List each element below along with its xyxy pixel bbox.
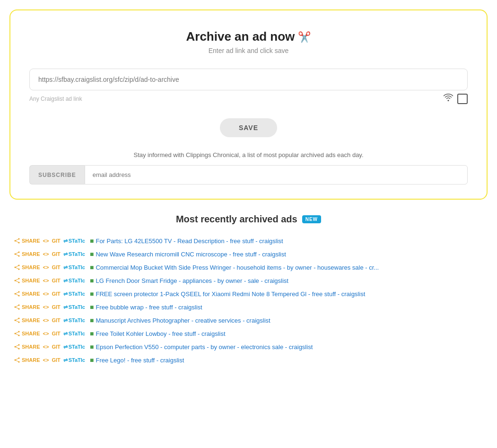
ad-link[interactable]: Free bubble wrap - free stuff - craigsli… — [96, 304, 483, 311]
share-button[interactable]: SHARE — [14, 331, 40, 336]
static-button[interactable]: STaTIc — [69, 304, 85, 310]
link-button[interactable]: ⇌ — [63, 264, 68, 271]
static-button[interactable]: STaTIc — [69, 344, 85, 350]
static-button[interactable]: STaTIc — [69, 238, 85, 244]
static-button[interactable]: STaTIc — [69, 291, 85, 297]
input-icon-group — [443, 93, 468, 104]
git-button[interactable]: GIT — [52, 357, 60, 363]
ad-icon: ■ — [90, 264, 94, 271]
embed-button[interactable]: <> — [43, 291, 49, 297]
svg-line-34 — [15, 320, 19, 322]
share-button[interactable]: SHARE — [14, 291, 40, 297]
link-button[interactable]: ⇌ — [63, 278, 68, 284]
email-input[interactable] — [85, 165, 468, 184]
svg-line-24 — [15, 294, 19, 296]
card-title: Archive an ad now ✂️ — [29, 29, 468, 44]
ad-link[interactable]: Commercial Mop Bucket With Side Press Wr… — [96, 264, 483, 271]
git-button[interactable]: GIT — [52, 238, 60, 244]
link-button[interactable]: ⇌ — [63, 317, 68, 324]
svg-line-19 — [15, 281, 19, 282]
share-button[interactable]: SHARE — [14, 344, 40, 350]
git-button[interactable]: GIT — [52, 331, 60, 336]
list-item: SHARE <> GIT ⇌ STaTIc ■ Commercial Mop B… — [14, 261, 483, 274]
static-button[interactable]: STaTIc — [69, 331, 85, 336]
ad-link[interactable]: Free Lego! - free stuff - craigslist — [96, 357, 483, 364]
ad-list: SHARE <> GIT ⇌ STaTIc ■ For Parts: LG 42… — [14, 234, 483, 367]
url-input[interactable] — [29, 69, 468, 90]
embed-button[interactable]: <> — [43, 264, 49, 270]
card-title-text: Archive an ad now — [186, 29, 295, 44]
ad-link[interactable]: Manuscript Archives Photographer - creat… — [96, 317, 483, 324]
git-button[interactable]: GIT — [52, 291, 60, 297]
share-button[interactable]: SHARE — [14, 317, 40, 323]
embed-button[interactable]: <> — [43, 238, 49, 244]
git-button[interactable]: GIT — [52, 304, 60, 310]
list-item: SHARE <> GIT ⇌ STaTIc ■ Epson Perfection… — [14, 340, 483, 353]
embed-button[interactable]: <> — [43, 344, 49, 350]
link-button[interactable]: ⇌ — [63, 238, 68, 244]
url-input-wrapper — [29, 69, 468, 90]
embed-button[interactable]: <> — [43, 357, 49, 363]
svg-line-3 — [15, 239, 19, 241]
share-button[interactable]: SHARE — [14, 357, 40, 363]
ad-link[interactable]: New Wave Research micromill CNC microsco… — [96, 251, 483, 258]
link-button[interactable]: ⇌ — [63, 251, 68, 257]
git-button[interactable]: GIT — [52, 278, 60, 283]
list-item: SHARE <> GIT ⇌ STaTIc ■ For Parts: LG 42… — [14, 234, 483, 247]
list-item: SHARE <> GIT ⇌ STaTIc ■ FREE screen prot… — [14, 287, 483, 300]
embed-button[interactable]: <> — [43, 278, 49, 283]
share-button[interactable]: SHARE — [14, 251, 40, 257]
svg-line-13 — [15, 265, 19, 267]
action-group: SHARE <> GIT ⇌ STaTIc — [14, 357, 85, 363]
ad-icon: ■ — [90, 277, 94, 284]
ad-icon: ■ — [90, 250, 94, 258]
svg-line-9 — [15, 254, 19, 256]
git-button[interactable]: GIT — [52, 317, 60, 323]
git-button[interactable]: GIT — [52, 344, 60, 350]
share-button[interactable]: SHARE — [14, 278, 40, 283]
ad-icon: ■ — [90, 356, 94, 364]
share-button[interactable]: SHARE — [14, 304, 40, 310]
share-button[interactable]: SHARE — [14, 238, 40, 244]
embed-button[interactable]: <> — [43, 331, 49, 336]
svg-line-48 — [15, 358, 19, 360]
list-item: SHARE <> GIT ⇌ STaTIc ■ New Wave Researc… — [14, 247, 483, 261]
subscribe-text: Stay informed with Clippings Chronical, … — [29, 151, 468, 158]
share-button[interactable]: SHARE — [14, 264, 40, 270]
new-badge: NEW — [302, 215, 321, 223]
ad-link[interactable]: FREE screen protector 1-Pack QSEEL for X… — [96, 290, 483, 298]
link-button[interactable]: ⇌ — [63, 291, 68, 297]
static-button[interactable]: STaTIc — [69, 317, 85, 323]
ad-link[interactable]: Free Toilet Kohler Lowboy - free stuff -… — [96, 330, 483, 337]
link-button[interactable]: ⇌ — [63, 304, 68, 310]
ad-icon: ■ — [90, 237, 94, 245]
static-button[interactable]: STaTIc — [69, 264, 85, 270]
ad-link[interactable]: Epson Perfection V550 - computer parts -… — [96, 343, 483, 351]
link-button[interactable]: ⇌ — [63, 344, 68, 350]
subscribe-button[interactable]: SUBSCRIBE — [29, 165, 85, 184]
ad-link[interactable]: LG French Door Smart Fridge - appliances… — [96, 277, 483, 284]
save-button[interactable]: SAVE — [220, 118, 277, 137]
static-button[interactable]: STaTIc — [69, 357, 85, 363]
static-button[interactable]: STaTIc — [69, 251, 85, 257]
link-button[interactable]: ⇌ — [63, 331, 68, 337]
ad-link[interactable]: For Parts: LG 42LE5500 TV - Read Descrip… — [96, 237, 483, 245]
action-group: SHARE <> GIT ⇌ STaTIc — [14, 331, 85, 337]
git-button[interactable]: GIT — [52, 251, 60, 257]
svg-line-29 — [15, 307, 19, 309]
embed-button[interactable]: <> — [43, 304, 49, 310]
git-button[interactable]: GIT — [52, 264, 60, 270]
ad-icon: ■ — [90, 303, 94, 311]
action-group: SHARE <> GIT ⇌ STaTIc — [14, 278, 85, 284]
embed-button[interactable]: <> — [43, 317, 49, 323]
svg-line-49 — [15, 360, 19, 362]
subscribe-section: Stay informed with Clippings Chronical, … — [29, 151, 468, 184]
static-button[interactable]: STaTIc — [69, 278, 85, 283]
input-hint-row: Any Craigslist ad link — [29, 93, 468, 104]
svg-line-43 — [15, 345, 19, 347]
ads-section: Most recently archived ads NEW SHARE <> … — [9, 214, 488, 367]
link-button[interactable]: ⇌ — [63, 357, 68, 363]
list-item: SHARE <> GIT ⇌ STaTIc ■ LG French Door S… — [14, 274, 483, 287]
embed-button[interactable]: <> — [43, 251, 49, 257]
svg-line-4 — [15, 241, 19, 243]
